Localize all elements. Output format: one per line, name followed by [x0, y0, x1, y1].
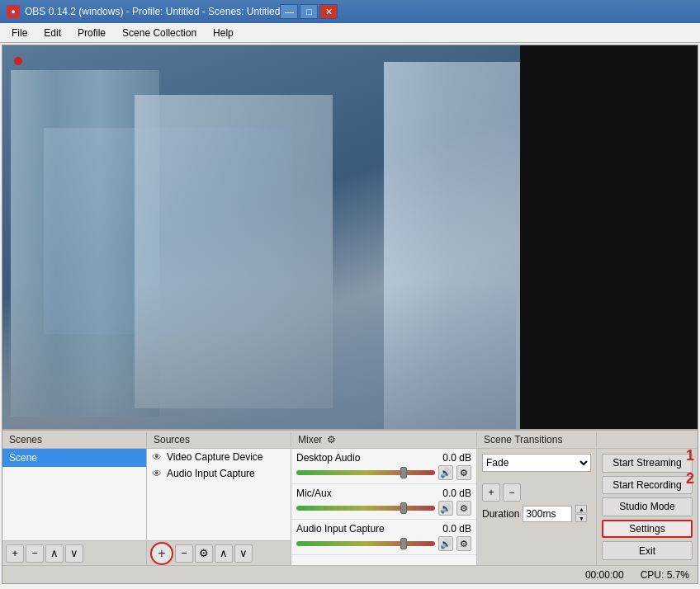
mixer-audio-input-label-row: Audio Input Capture 0.0 dB — [296, 523, 471, 535]
preview-dark-area — [520, 45, 698, 429]
sources-list: 👁 Video Capture Device 👁 Audio Input Cap… — [147, 449, 291, 540]
mixer-audio-input-mute[interactable]: 🔊 — [438, 536, 453, 551]
mixer-label: Mixer — [298, 434, 322, 445]
panels-row: Scene + − ∧ ∨ 👁 Video Capture Device — [2, 449, 698, 565]
minimize-button[interactable]: — — [280, 4, 298, 19]
add-transition-button[interactable]: + — [482, 483, 500, 502]
mixer-item-mic: Mic/Aux 0.0 dB 🔊 ⚙ — [291, 484, 476, 520]
scenes-header: Scenes — [2, 432, 147, 447]
sources-header: Sources — [147, 432, 291, 447]
main-window: Scenes Sources Mixer ⚙ Scene Transitions… — [2, 45, 698, 584]
mixer-audio-input-label: Audio Input Capture — [296, 523, 385, 535]
source-visibility-icon-audio[interactable]: 👁 — [152, 468, 162, 479]
move-scene-up-button[interactable]: ∧ — [45, 544, 64, 563]
window-title: OBS 0.14.2 (windows) - Profile: Untitled… — [25, 6, 280, 17]
source-item-audio[interactable]: 👁 Audio Input Capture — [147, 465, 291, 482]
mixer-audio-input-db: 0.0 dB — [442, 523, 471, 535]
mixer-mic-db: 0.0 dB — [442, 488, 471, 499]
menu-scene-collection[interactable]: Scene Collection — [114, 24, 205, 42]
start-recording-button[interactable]: Start Recording — [602, 476, 693, 495]
annotation-badge-2: 2 — [686, 470, 694, 488]
add-source-circle-button[interactable]: + — [150, 542, 173, 565]
start-streaming-button[interactable]: Start Streaming — [602, 454, 693, 473]
mixer-desktop-label: Desktop Audio — [296, 452, 360, 464]
cpu-value: 5.7% — [667, 569, 689, 581]
exit-button[interactable]: Exit — [602, 541, 693, 560]
settings-button[interactable]: Settings — [602, 520, 693, 539]
scenes-list: Scene — [2, 449, 146, 540]
mixer-item-audio-input: Audio Input Capture 0.0 dB 🔊 ⚙ — [291, 520, 476, 555]
annotation-badge-1: 1 — [686, 449, 694, 464]
mixer-desktop-label-row: Desktop Audio 0.0 dB — [296, 452, 471, 464]
scene-transitions-label: Scene Transitions — [484, 434, 562, 445]
scenes-panel: Scene + − ∧ ∨ — [2, 449, 147, 565]
preview-glass — [44, 128, 291, 334]
scene-transitions-header: Scene Transitions — [477, 432, 597, 447]
remove-scene-button[interactable]: − — [26, 544, 44, 563]
statusbar: 00:00:00 CPU: 5.7% — [2, 565, 698, 583]
mixer-desktop-controls: 🔊 ⚙ — [296, 465, 471, 480]
controls-panel: 1 Start Streaming 2 Start Recording Stud… — [597, 449, 698, 565]
duration-input[interactable] — [523, 506, 572, 522]
menu-help[interactable]: Help — [205, 24, 242, 42]
status-cpu: CPU: 5.7% — [641, 569, 689, 581]
fade-dropdown[interactable]: Fade Cut Swipe Slide — [482, 454, 591, 472]
section-headers: Scenes Sources Mixer ⚙ Scene Transitions — [2, 431, 698, 449]
controls-header — [597, 438, 698, 441]
mixer-desktop-slider[interactable] — [296, 470, 435, 475]
mixer-audio-input-slider[interactable] — [296, 541, 435, 546]
duration-label: Duration — [482, 508, 519, 520]
bottom-panel: Scenes Sources Mixer ⚙ Scene Transitions… — [2, 429, 698, 565]
source-visibility-icon-video[interactable]: 👁 — [152, 451, 162, 463]
mixer-mic-slider[interactable] — [296, 506, 435, 511]
cpu-label: CPU: — [641, 569, 665, 581]
menu-profile[interactable]: Profile — [69, 24, 114, 42]
duration-up-button[interactable]: ▲ — [575, 505, 587, 513]
window-controls: — □ ✕ — [280, 4, 338, 19]
sources-toolbar: + − ⚙ ∧ ∨ — [147, 540, 291, 565]
mixer-desktop-mute[interactable]: 🔊 — [438, 465, 453, 480]
move-source-up-button[interactable]: ∧ — [215, 544, 233, 563]
menubar: File Edit Profile Scene Collection Help — [0, 23, 700, 43]
mixer-panel: Desktop Audio 0.0 dB 🔊 ⚙ Mic/Aux — [291, 449, 477, 565]
mixer-mic-thumb[interactable] — [400, 502, 407, 514]
mixer-mic-label: Mic/Aux — [296, 488, 332, 499]
source-item-video[interactable]: 👁 Video Capture Device — [147, 449, 291, 465]
mixer-item-desktop: Desktop Audio 0.0 dB 🔊 ⚙ — [291, 449, 476, 484]
scene-item[interactable]: Scene — [2, 449, 146, 467]
duration-row: Duration ▲ ▼ — [482, 505, 591, 522]
menu-edit[interactable]: Edit — [35, 24, 69, 42]
app-icon: ● — [7, 5, 20, 18]
add-scene-button[interactable]: + — [6, 544, 24, 563]
source-settings-button[interactable]: ⚙ — [195, 544, 213, 563]
scene-item-label: Scene — [9, 452, 37, 464]
close-button[interactable]: ✕ — [319, 4, 338, 19]
mixer-audio-input-thumb[interactable] — [400, 538, 407, 549]
move-source-down-button[interactable]: ∨ — [234, 544, 253, 563]
scenes-toolbar: + − ∧ ∨ — [2, 540, 146, 565]
mixer-audio-input-settings[interactable]: ⚙ — [456, 536, 471, 551]
remove-source-button[interactable]: − — [175, 544, 193, 563]
mixer-mic-mute[interactable]: 🔊 — [438, 501, 453, 516]
menu-file[interactable]: File — [3, 24, 35, 42]
mixer-header: Mixer ⚙ — [291, 432, 477, 447]
scene-transitions-panel: Fade Cut Swipe Slide + − Duration ▲ ▼ — [477, 449, 597, 565]
recording-indicator — [14, 57, 22, 65]
duration-down-button[interactable]: ▼ — [575, 514, 587, 522]
titlebar: ● OBS 0.14.2 (windows) - Profile: Untitl… — [0, 0, 700, 23]
duration-spinners: ▲ ▼ — [575, 505, 587, 522]
preview-area — [2, 45, 698, 429]
mixer-mic-settings[interactable]: ⚙ — [456, 501, 471, 516]
sources-panel: 👁 Video Capture Device 👁 Audio Input Cap… — [147, 449, 291, 565]
status-time: 00:00:00 — [585, 569, 624, 581]
move-scene-down-button[interactable]: ∨ — [65, 544, 83, 563]
maximize-button[interactable]: □ — [300, 4, 318, 19]
transition-add-remove-row: + − — [482, 483, 591, 502]
remove-transition-button[interactable]: − — [503, 483, 521, 502]
sources-label: Sources — [154, 434, 190, 445]
mixer-desktop-thumb[interactable] — [400, 467, 407, 478]
studio-mode-button[interactable]: Studio Mode — [602, 497, 693, 516]
mixer-desktop-settings[interactable]: ⚙ — [456, 465, 471, 480]
mixer-mic-controls: 🔊 ⚙ — [296, 501, 471, 516]
mixer-gear-icon[interactable]: ⚙ — [327, 434, 336, 445]
